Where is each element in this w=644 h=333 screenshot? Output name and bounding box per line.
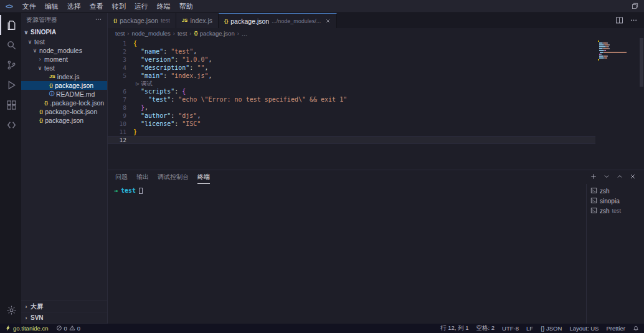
- status-formatter[interactable]: Prettier: [606, 325, 625, 332]
- tree-item-label: README.md: [56, 90, 95, 98]
- code-line-7[interactable]: 7 "test": "echo \"Error: no test specifi…: [108, 95, 595, 104]
- breadcrumb-item[interactable]: node_modules: [131, 30, 170, 37]
- editor-scrollbar[interactable]: [639, 38, 644, 170]
- code-line-6[interactable]: 6 "scripts": {: [108, 87, 595, 95]
- panel-tab-output[interactable]: 输出: [136, 170, 149, 184]
- code-line-2[interactable]: 2 "name": "test",: [108, 47, 595, 56]
- maximize-panel-icon[interactable]: [616, 173, 623, 181]
- code-line-9[interactable]: 9 "author": "djs",: [108, 112, 595, 120]
- status-language-mode[interactable]: {} JSON: [541, 325, 562, 332]
- menu-file[interactable]: 文件: [18, 2, 40, 11]
- run-debug-icon[interactable]: [0, 75, 21, 95]
- more-actions-icon[interactable]: [630, 16, 638, 26]
- code-line-1[interactable]: 1{: [108, 39, 595, 47]
- menu-view[interactable]: 查看: [85, 2, 108, 11]
- panel-tab-terminal[interactable]: 终端: [197, 170, 210, 184]
- tree-item-README.md[interactable]: ⓘREADME.md: [21, 90, 107, 99]
- line-number: 8: [108, 104, 133, 112]
- tree-item-test[interactable]: ∨test: [21, 64, 107, 72]
- status-indentation[interactable]: 空格: 2: [476, 324, 495, 332]
- tree-item-node_modules[interactable]: ∨node_modules: [21, 46, 107, 55]
- editor-tab-1[interactable]: {}package.jsontest: [108, 13, 176, 28]
- tree-item-moment[interactable]: ›moment: [21, 55, 107, 64]
- status-keyboard-layout[interactable]: Layout: US: [569, 325, 599, 332]
- breadcrumb-item[interactable]: test: [115, 30, 125, 37]
- terminal-output[interactable]: → test: [108, 184, 586, 324]
- menu-run[interactable]: 运行: [130, 2, 153, 11]
- codelens-debug[interactable]: ▷调试: [108, 80, 595, 87]
- status-bar: go.titanide.cn 0 0 行 12, 列 1空格: 2UTF-8LF…: [0, 324, 644, 333]
- sidebar-more-actions-icon[interactable]: [95, 16, 102, 24]
- search-icon[interactable]: [0, 35, 21, 55]
- menu-help[interactable]: 帮助: [175, 2, 197, 11]
- menu-edit[interactable]: 编辑: [40, 2, 63, 11]
- code-editor[interactable]: 1{2 "name": "test",3 "version": "1.0.0",…: [108, 38, 595, 170]
- tree-item-.package-lock.json[interactable]: {}.package-lock.json: [21, 99, 107, 107]
- problems-status[interactable]: 0 0: [56, 325, 81, 332]
- close-icon[interactable]: [325, 18, 331, 24]
- breadcrumb-label: …: [242, 30, 248, 37]
- tab-detail: .../node_modules/...: [272, 18, 321, 24]
- editor-tab-2[interactable]: JSindex.js: [176, 13, 219, 28]
- line-content: "test": "echo \"Error: no test specified…: [133, 95, 347, 104]
- tree-item-label: test: [44, 64, 55, 72]
- menu-selection[interactable]: 选择: [63, 2, 85, 11]
- code-line-4[interactable]: 4 "description": "",: [108, 64, 595, 72]
- workspace-root-row[interactable]: ∨ SINOPIA: [21, 27, 107, 37]
- status-encoding[interactable]: UTF-8: [502, 325, 519, 332]
- status-eol[interactable]: LF: [526, 325, 533, 332]
- terminal-profile-dropdown-icon[interactable]: [603, 173, 610, 181]
- main-area: 资源管理器 ∨ SINOPIA ∨test∨node_modules›momen…: [0, 13, 644, 324]
- status-bar-right: 行 12, 列 1空格: 2UTF-8LF{} JSONLayout: USPr…: [440, 324, 639, 332]
- restore-window-icon[interactable]: [632, 2, 638, 11]
- extensions-icon[interactable]: [0, 95, 21, 115]
- tree-item-index.js[interactable]: JSindex.js: [21, 72, 107, 81]
- code-line-3[interactable]: 3 "version": "1.0.0",: [108, 56, 595, 64]
- notifications-bell-icon[interactable]: [633, 326, 639, 332]
- code-line-5[interactable]: 5 "main": "index.js",: [108, 72, 595, 80]
- sidebar-section-svn[interactable]: ›SVN: [21, 312, 107, 324]
- code-line-10[interactable]: 10 "license": "ISC": [108, 120, 595, 128]
- remote-icon[interactable]: [0, 115, 21, 135]
- error-count: 0: [64, 325, 67, 332]
- titlebar: <> 文件编辑选择查看转到运行终端帮助: [0, 0, 644, 13]
- breadcrumb-item[interactable]: {}package.json: [194, 30, 234, 37]
- tree-item-package.json[interactable]: {}package.json: [21, 116, 107, 125]
- sidebar-header: 资源管理器: [21, 13, 107, 27]
- explorer-icon[interactable]: [0, 15, 21, 35]
- status-cursor-position[interactable]: 行 12, 列 1: [440, 324, 468, 332]
- terminal-item-1[interactable]: zsh: [587, 186, 644, 196]
- terminal-item-2[interactable]: sinopia: [587, 196, 644, 206]
- breadcrumb-item[interactable]: test: [178, 30, 187, 37]
- close-panel-icon[interactable]: [629, 173, 637, 181]
- breadcrumb-label: test: [178, 30, 187, 37]
- code-line-12[interactable]: 12: [108, 136, 595, 144]
- code-line-8[interactable]: 8 },: [108, 104, 595, 112]
- activity-bar: [0, 13, 21, 324]
- scrollbar-thumb[interactable]: [640, 38, 643, 87]
- editor-tab-3[interactable]: {}package.json.../node_modules/...: [219, 13, 337, 28]
- remote-indicator[interactable]: go.titanide.cn: [5, 325, 49, 332]
- sidebar-section-daping[interactable]: ›大屏: [21, 301, 107, 312]
- code-line-11[interactable]: 11}: [108, 128, 595, 136]
- panel-tab-debug-console[interactable]: 调试控制台: [158, 170, 189, 184]
- line-content: }: [133, 128, 137, 136]
- lightning-icon: [5, 325, 11, 332]
- new-terminal-icon[interactable]: [590, 173, 597, 181]
- panel-tab-problems[interactable]: 问题: [115, 170, 128, 184]
- settings-gear-icon[interactable]: [0, 300, 21, 320]
- source-control-icon[interactable]: [0, 55, 21, 75]
- tree-item-test[interactable]: ∨test: [21, 37, 107, 46]
- json-file-icon: {}: [44, 100, 48, 105]
- minimap[interactable]: [595, 38, 639, 170]
- line-number: 11: [108, 128, 133, 136]
- split-editor-icon[interactable]: [615, 16, 623, 26]
- breadcrumb-separator: ›: [237, 30, 239, 37]
- tree-item-package.json[interactable]: {}package.json: [21, 81, 107, 90]
- terminal-item-3[interactable]: zshtest: [587, 206, 644, 216]
- tree-item-package-lock.json[interactable]: {}package-lock.json: [21, 107, 107, 116]
- breadcrumb-item[interactable]: …: [242, 30, 248, 37]
- line-content: "scripts": {: [133, 87, 186, 95]
- menu-go[interactable]: 转到: [108, 2, 130, 11]
- menu-terminal[interactable]: 终端: [153, 2, 175, 11]
